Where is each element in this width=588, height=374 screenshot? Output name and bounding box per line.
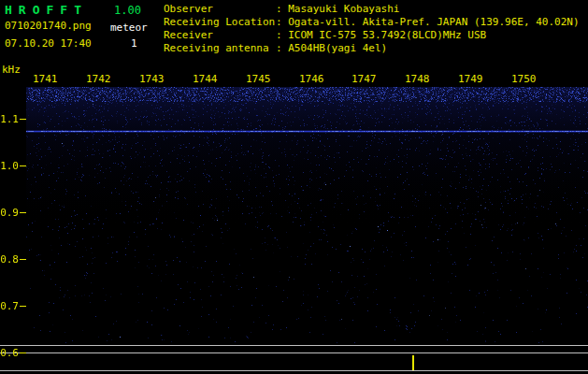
info-row-antenna: Receiving antenna: A504HB(yagi 4el) [164,42,580,55]
freq-label-0.9: 0.9 [0,207,19,219]
info-label: Receiving antenna [164,42,276,55]
info-label: Observer [164,3,276,16]
time-label-1742: 1742 [86,73,111,85]
strip-top-line [0,345,588,346]
info-row-location: Receiving Location: Ogata-vill. Akita-Pr… [164,16,580,29]
time-label-1747: 1747 [351,73,377,85]
time-label-1749: 1749 [458,73,483,85]
spectrogram-canvas [26,87,588,343]
info-value: : Ogata-vill. Akita-Pref. JAPAN (139.96E… [276,16,580,28]
freq-label-0.8: 0.8 [0,253,19,266]
freq-tick [20,165,26,166]
mode-label: meteor [110,22,148,34]
timestamp: 07.10.20 17:40 [5,37,92,50]
echo-count: 1 [131,37,137,50]
time-label-1745: 1745 [246,73,271,85]
freq-tick [20,119,26,120]
hrofft-spectrogram-window: HROFFT 1.00 0710201740.png meteor 07.10.… [0,0,588,374]
freq-tick [20,212,26,213]
info-value: : A504HB(yagi 4el) [276,42,387,54]
time-label-1746: 1746 [299,73,324,85]
info-label: Receiver [164,29,276,42]
strip-minute-marker [412,355,414,370]
observer-info-block: Observer: Masayuki Kobayashi Receiving L… [164,3,580,55]
time-label-1748: 1748 [405,73,430,85]
time-label-1750: 1750 [511,73,537,85]
time-label-1741: 1741 [33,73,58,85]
info-row-receiver: Receiver: ICOM IC-575 53.7492(8LCD)MHz U… [164,29,580,42]
info-value: : Masayuki Kobayashi [276,3,399,15]
info-label: Receiving Location [164,16,276,29]
app-title: HROFFT [5,3,88,17]
freq-label-0.7: 0.7 [0,300,19,312]
freq-tick [20,306,26,307]
info-row-observer: Observer: Masayuki Kobayashi [164,3,580,16]
time-axis: 1741174217431744174517461747174817491750 [0,73,588,85]
info-value: : ICOM IC-575 53.7492(8LCD)MHz USB [276,29,486,41]
freq-label-1.0: 1.0 [0,160,19,172]
strip-baseline [0,352,588,353]
freq-tick [20,259,26,260]
time-label-1744: 1744 [193,73,218,85]
time-label-1743: 1743 [139,73,165,85]
app-version: 1.00 [114,4,141,17]
freq-label-1.1: 1.1 [0,113,19,125]
output-filename: 0710201740.png [5,20,92,32]
signal-strip [0,343,588,374]
strip-bottom-line [0,370,588,371]
